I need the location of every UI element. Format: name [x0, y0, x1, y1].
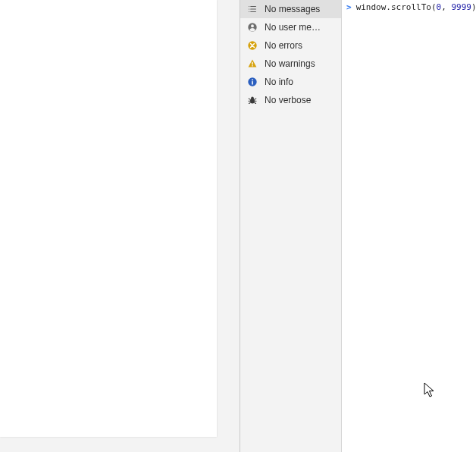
sidebar-item-errors[interactable]: No errors: [240, 36, 341, 55]
sidebar-item-label: No errors: [265, 40, 338, 51]
info-icon: [246, 76, 258, 88]
sidebar-item-warnings[interactable]: No warnings: [240, 55, 341, 73]
sidebar-item-messages[interactable]: No messages: [240, 0, 341, 18]
chevron-right-icon: >: [346, 2, 352, 14]
warning-icon: [246, 58, 258, 70]
console-input-line[interactable]: > window.scrollTo(0, 9999);: [342, 0, 476, 15]
rendered-page-content[interactable]: [0, 0, 217, 437]
bug-icon: [246, 94, 258, 106]
console-code-text: window.scrollTo(0, 9999);: [356, 2, 476, 14]
error-icon: [246, 39, 258, 52]
svg-rect-13: [252, 80, 253, 81]
left-browser-viewport: [0, 0, 240, 452]
sidebar-item-label: No verbose: [265, 95, 338, 105]
sidebar-item-user-messages[interactable]: No user me…: [240, 18, 341, 36]
sidebar-item-label: No warnings: [265, 58, 338, 69]
sidebar-item-verbose[interactable]: No verbose: [240, 91, 341, 109]
svg-point-15: [251, 96, 254, 99]
console-sidebar: No messages No user me… No errors: [240, 0, 342, 452]
svg-rect-12: [252, 81, 253, 84]
console-pane[interactable]: > window.scrollTo(0, 9999);: [342, 0, 476, 452]
list-icon: [246, 3, 258, 15]
sidebar-item-info[interactable]: No info: [240, 73, 341, 91]
devtools-panel: No messages No user me… No errors: [0, 0, 476, 452]
svg-rect-10: [252, 65, 252, 66]
user-icon: [246, 21, 258, 33]
svg-rect-9: [252, 62, 252, 65]
sidebar-item-label: No messages: [265, 4, 338, 14]
sidebar-item-label: No info: [265, 77, 338, 87]
sidebar-item-label: No user me…: [265, 22, 338, 33]
svg-point-7: [251, 24, 254, 27]
